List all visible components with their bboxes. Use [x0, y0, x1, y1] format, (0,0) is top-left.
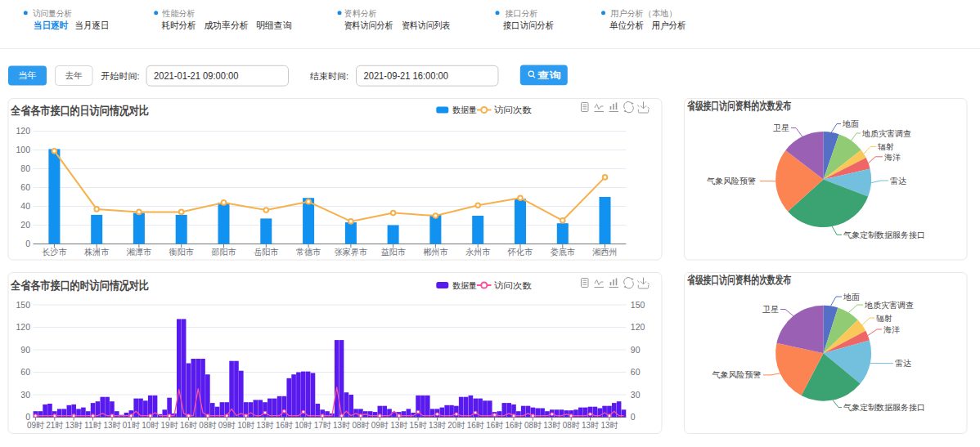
svg-text:地质灾害调查: 地质灾害调查	[861, 129, 911, 138]
svg-text:09时: 09时	[371, 420, 389, 430]
svg-text:耗时分析: 耗时分析	[161, 20, 196, 30]
svg-text:用户分析（本地）: 用户分析（本地）	[610, 8, 677, 18]
svg-text:21时: 21时	[46, 420, 63, 430]
svg-text:省级接口访问资料的次数发布: 省级接口访问资料的次数发布	[687, 274, 792, 286]
svg-text:13时: 13时	[543, 420, 560, 430]
svg-text:雷达: 雷达	[895, 359, 911, 368]
svg-text:当年: 当年	[18, 70, 37, 80]
svg-text:30: 30	[20, 390, 30, 400]
svg-text:150: 150	[16, 300, 30, 310]
svg-text:当日逐时: 当日逐时	[34, 20, 68, 30]
svg-text:13时: 13时	[390, 420, 407, 430]
svg-text:120: 120	[16, 322, 30, 332]
svg-text:全省各市接口的时访问情况对比: 全省各市接口的时访问情况对比	[10, 279, 149, 292]
svg-text:去年: 去年	[65, 70, 83, 80]
svg-text:气象定制数据服务接口: 气象定制数据服务接口	[843, 403, 925, 412]
svg-text:成功率分析: 成功率分析	[205, 20, 249, 30]
svg-text:雷达: 雷达	[890, 177, 906, 186]
svg-text:11时: 11时	[84, 420, 101, 430]
svg-text:13时: 13时	[333, 420, 350, 430]
svg-text:13时: 13时	[429, 420, 446, 430]
svg-text:16时: 16时	[467, 420, 484, 430]
svg-text:接口分析: 接口分析	[506, 8, 538, 18]
svg-text:120: 120	[16, 126, 30, 136]
svg-text:10时: 10时	[237, 420, 254, 430]
svg-text:当月逐日: 当月逐日	[75, 20, 110, 30]
svg-text:郴州市: 郴州市	[423, 247, 447, 257]
svg-text:性能分析: 性能分析	[162, 8, 196, 18]
svg-text:20时: 20时	[447, 420, 465, 430]
svg-text:结束时间:: 结束时间:	[310, 71, 348, 81]
svg-text:湘潭市: 湘潭市	[126, 247, 151, 257]
svg-text:13时: 13时	[582, 420, 599, 430]
svg-text:08时: 08时	[199, 420, 216, 430]
svg-text:湘西州: 湘西州	[592, 247, 618, 257]
svg-text:永州市: 永州市	[465, 247, 490, 257]
svg-text:09时: 09时	[27, 420, 44, 430]
svg-text:明细查询: 明细查询	[256, 20, 292, 30]
svg-text:地质灾害调查: 地质灾害调查	[864, 301, 914, 310]
svg-text:60: 60	[631, 367, 641, 377]
svg-text:卫星: 卫星	[773, 123, 789, 132]
svg-text:16时: 16时	[276, 420, 293, 430]
svg-text:海洋: 海洋	[884, 153, 901, 162]
svg-text:10时: 10时	[294, 420, 312, 430]
svg-text:2021-01-21 09:00:00: 2021-01-21 09:00:00	[154, 69, 239, 82]
svg-text:16时: 16时	[180, 420, 197, 430]
svg-text:访问量分析: 访问量分析	[33, 8, 72, 18]
svg-text:辐射: 辐射	[878, 142, 894, 151]
svg-text:2021-09-21 16:00:00: 2021-09-21 16:00:00	[364, 69, 449, 82]
svg-text:卫星: 卫星	[762, 305, 779, 314]
svg-text:访问次数: 访问次数	[494, 105, 533, 114]
svg-text:13时: 13时	[600, 420, 618, 430]
svg-text:株洲市: 株洲市	[83, 247, 109, 257]
svg-text:09时: 09时	[218, 420, 236, 430]
svg-text:气象定制数据服务接口: 气象定制数据服务接口	[843, 230, 925, 239]
svg-text:60: 60	[20, 182, 30, 192]
svg-text:海洋: 海洋	[883, 325, 900, 334]
svg-text:60: 60	[20, 367, 30, 377]
svg-text:08时: 08时	[524, 420, 542, 430]
svg-text:08时: 08时	[352, 420, 369, 430]
svg-text:01时: 01时	[123, 420, 140, 430]
svg-text:0: 0	[25, 239, 30, 248]
svg-text:90: 90	[631, 345, 641, 355]
svg-text:40: 40	[20, 201, 30, 211]
svg-text:用户分析: 用户分析	[652, 20, 686, 30]
svg-text:辐射: 辐射	[876, 314, 892, 323]
svg-text:80: 80	[20, 163, 30, 173]
svg-text:全省各市接口的日访问情况对比: 全省各市接口的日访问情况对比	[10, 104, 149, 117]
svg-text:张家界市: 张家界市	[335, 247, 367, 257]
svg-text:数据量: 数据量	[452, 105, 477, 114]
svg-text:省级接口访问资料的次数发布: 省级接口访问资料的次数发布	[687, 100, 792, 112]
svg-text:资料访问分析: 资料访问分析	[344, 20, 393, 30]
svg-text:娄底市: 娄底市	[551, 247, 575, 257]
svg-text:衡阳市: 衡阳市	[169, 247, 194, 257]
svg-text:13时: 13时	[65, 420, 83, 430]
svg-text:17时: 17时	[314, 420, 331, 430]
svg-text:查询: 查询	[537, 70, 561, 80]
svg-text:08时: 08时	[563, 420, 580, 430]
svg-text:13时: 13时	[103, 420, 120, 430]
svg-text:16时: 16时	[486, 420, 503, 430]
svg-text:常德市: 常德市	[296, 247, 321, 257]
svg-text:邵阳市: 邵阳市	[211, 247, 236, 257]
svg-text:长沙市: 长沙市	[42, 247, 66, 257]
svg-text:20: 20	[20, 220, 30, 230]
svg-text:19时: 19时	[161, 420, 178, 430]
svg-text:0: 0	[631, 412, 636, 422]
svg-text:地面: 地面	[843, 293, 860, 302]
svg-text:16时: 16时	[506, 420, 523, 430]
svg-text:资料分析: 资料分析	[344, 8, 377, 18]
svg-text:气象风险预警: 气象风险预警	[707, 177, 756, 186]
svg-text:150: 150	[631, 300, 645, 310]
svg-text:资料访问列表: 资料访问列表	[402, 20, 451, 30]
svg-text:岳阳市: 岳阳市	[254, 247, 278, 257]
svg-text:120: 120	[631, 322, 645, 332]
svg-text:地面: 地面	[842, 119, 859, 128]
svg-text:接口访问分析: 接口访问分析	[503, 20, 554, 30]
svg-text:益阳市: 益阳市	[381, 247, 406, 257]
svg-text:90: 90	[20, 345, 30, 355]
svg-text:100: 100	[16, 145, 30, 154]
svg-text:数据量: 数据量	[452, 280, 477, 290]
